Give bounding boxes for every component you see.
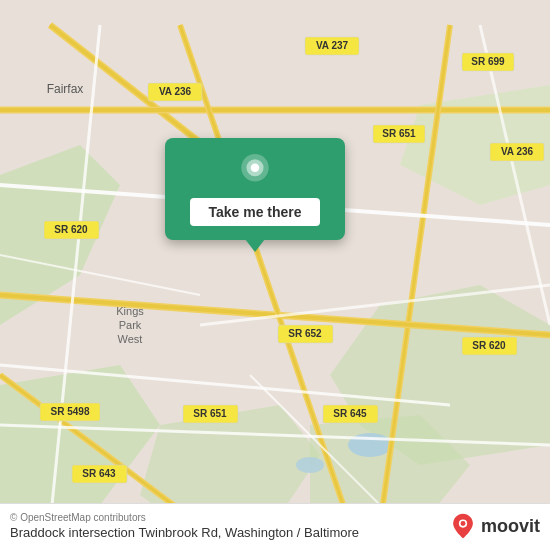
svg-text:SR 620: SR 620 [472,340,506,351]
svg-text:VA 236: VA 236 [159,86,192,97]
svg-text:SR 620: SR 620 [54,224,88,235]
svg-text:SR 652: SR 652 [288,328,322,339]
svg-point-59 [251,163,260,172]
bottom-bar: © OpenStreetMap contributors Braddock in… [0,503,550,550]
svg-point-8 [296,457,324,473]
svg-text:Park: Park [119,319,142,331]
moovit-icon [449,512,477,540]
moovit-label: moovit [481,516,540,537]
svg-text:VA 236: VA 236 [501,146,534,157]
svg-text:West: West [118,333,143,345]
svg-point-61 [461,521,466,526]
svg-text:VA 237: VA 237 [316,40,349,51]
bottom-left-info: © OpenStreetMap contributors Braddock in… [10,512,359,540]
take-me-there-button[interactable]: Take me there [190,198,319,226]
svg-text:SR 651: SR 651 [382,128,416,139]
location-pin-icon [237,154,273,190]
svg-text:Fairfax: Fairfax [47,82,84,96]
svg-text:SR 645: SR 645 [333,408,367,419]
copyright-text: © OpenStreetMap contributors [10,512,359,523]
moovit-logo: moovit [449,512,540,540]
map-container: VA 237 SR 699 VA 236 SR 651 VA 236 SR 62… [0,0,550,550]
svg-text:SR 5498: SR 5498 [51,406,90,417]
address-text: Braddock intersection Twinbrook Rd, Wash… [10,525,359,540]
svg-text:SR 699: SR 699 [471,56,505,67]
map-svg: VA 237 SR 699 VA 236 SR 651 VA 236 SR 62… [0,0,550,550]
svg-text:SR 651: SR 651 [193,408,227,419]
svg-text:Kings: Kings [116,305,144,317]
svg-text:SR 643: SR 643 [82,468,116,479]
popup-card: Take me there [165,138,345,240]
